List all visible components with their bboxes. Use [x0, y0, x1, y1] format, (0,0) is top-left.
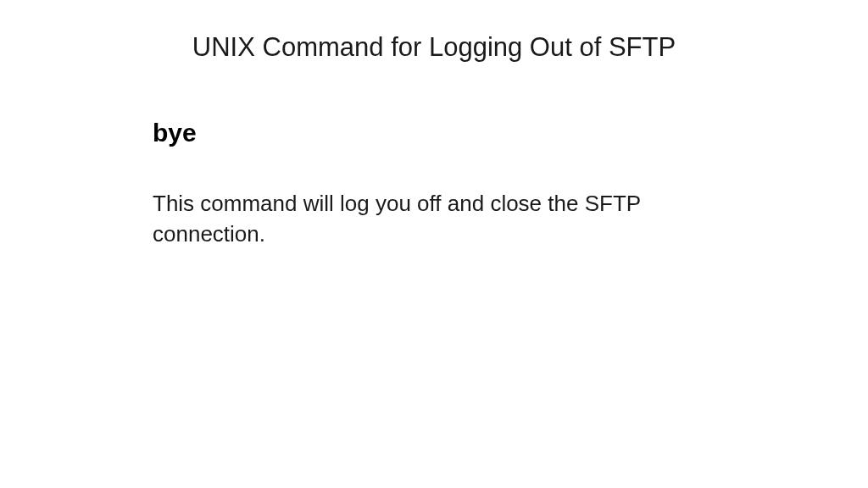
slide-title: UNIX Command for Logging Out of SFTP — [0, 32, 868, 63]
command-text: bye — [153, 119, 197, 147]
command-description: This command will log you off and close … — [153, 188, 712, 250]
